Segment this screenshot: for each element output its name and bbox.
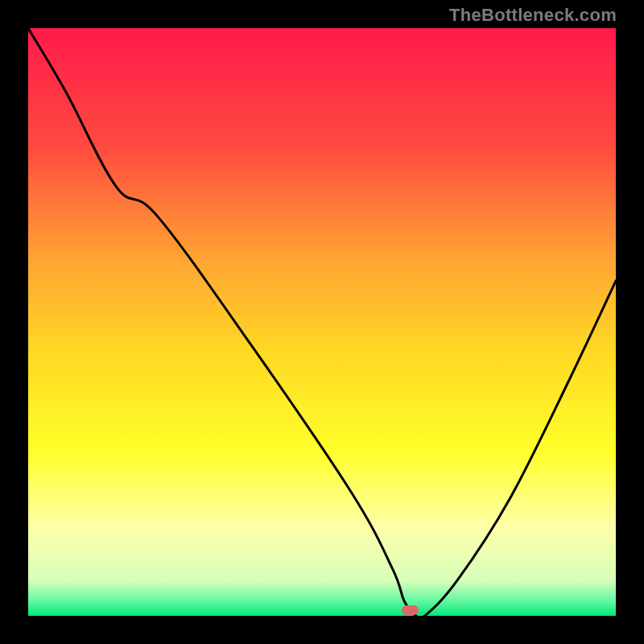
optimal-point-marker bbox=[402, 605, 419, 615]
gradient-background bbox=[28, 28, 616, 616]
plot-svg bbox=[28, 28, 616, 616]
chart-frame: TheBottleneck.com bbox=[0, 0, 644, 644]
watermark-label: TheBottleneck.com bbox=[449, 5, 617, 26]
plot-area bbox=[28, 28, 616, 616]
